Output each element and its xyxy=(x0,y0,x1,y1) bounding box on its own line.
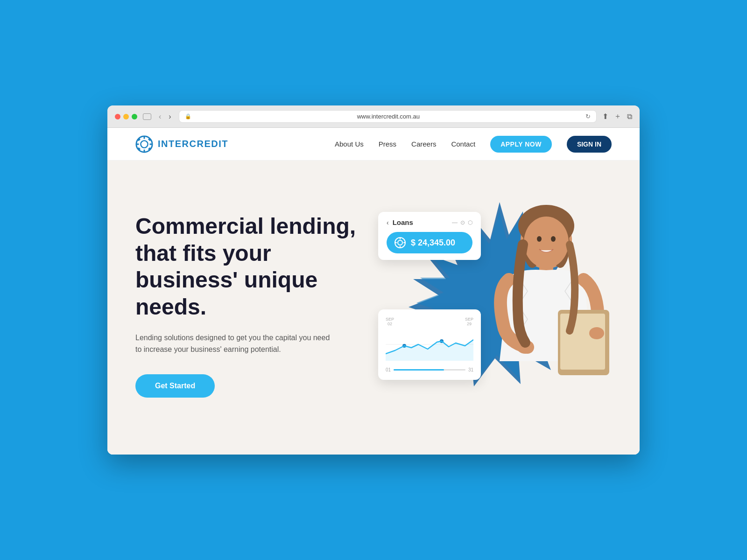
search-icon: ⊙ xyxy=(460,219,465,226)
range-bar xyxy=(394,369,465,371)
minimize-icon: — xyxy=(452,219,458,226)
apply-now-button[interactable]: APPLY NOW xyxy=(490,136,552,153)
website-content: INTERCREDIT About Us Press Careers Conta… xyxy=(107,128,640,455)
traffic-lights xyxy=(115,114,137,119)
chart-date-start: SEP02 xyxy=(386,317,394,326)
logo-text: INTERCREDIT xyxy=(158,139,228,149)
sidebar-toggle-button[interactable] xyxy=(143,113,151,120)
range-fill xyxy=(394,369,444,371)
hero-headline: Commercial lending, that fits your busin… xyxy=(135,213,359,320)
card-title: Loans xyxy=(393,218,413,226)
svg-point-17 xyxy=(537,236,542,242)
svg-point-1 xyxy=(141,140,148,147)
svg-rect-26 xyxy=(400,238,401,239)
chart-date-end: SEP29 xyxy=(465,317,473,326)
chart-svg xyxy=(386,328,473,361)
forward-button[interactable]: › xyxy=(167,112,173,122)
lock-icon: 🔒 xyxy=(185,113,191,119)
browser-nav-controls: ‹ › xyxy=(157,112,173,122)
logo-icon xyxy=(135,135,153,153)
hero-subtext: Lending solutions designed to get you th… xyxy=(135,332,331,356)
svg-point-23 xyxy=(589,327,604,339)
back-arrow-icon: ‹ xyxy=(387,219,389,226)
close-button[interactable] xyxy=(115,114,120,119)
chart-card: SEP02 SEP29 01 xyxy=(378,309,481,380)
person-image xyxy=(472,198,621,403)
logo-area: INTERCREDIT xyxy=(135,135,228,153)
browser-toolbar: ‹ › 🔒 www.intercredit.com.au ↻ ⬆ ＋ ⧉ xyxy=(107,105,640,128)
nav-links: About Us Press Careers Contact APPLY NOW… xyxy=(335,136,612,153)
sign-in-button[interactable]: SIGN IN xyxy=(567,136,612,153)
hero-content-left: Commercial lending, that fits your busin… xyxy=(135,213,359,398)
svg-point-16 xyxy=(524,217,569,268)
hero-section: Commercial lending, that fits your busin… xyxy=(107,161,640,455)
loan-amount: $ 24,345.00 xyxy=(411,238,455,248)
back-button[interactable]: ‹ xyxy=(157,112,163,122)
share-button[interactable]: ⬆ xyxy=(602,112,608,121)
card-header: ‹ Loans — ⊙ ⬡ xyxy=(387,218,472,226)
maximize-button[interactable] xyxy=(132,114,137,119)
reload-button[interactable]: ↻ xyxy=(585,113,591,120)
browser-window: ‹ › 🔒 www.intercredit.com.au ↻ ⬆ ＋ ⧉ xyxy=(107,105,640,455)
new-tab-button[interactable]: ＋ xyxy=(614,112,621,121)
svg-rect-21 xyxy=(560,314,605,370)
browser-action-buttons: ⬆ ＋ ⧉ xyxy=(602,112,632,121)
svg-rect-28 xyxy=(395,242,397,243)
chart-range-control: 01 31 xyxy=(386,367,473,372)
svg-marker-33 xyxy=(386,340,473,361)
site-navigation: INTERCREDIT About Us Press Careers Conta… xyxy=(107,128,640,161)
mic-icon: ⬡ xyxy=(468,219,472,226)
tabs-button[interactable]: ⧉ xyxy=(627,112,632,121)
minimize-button[interactable] xyxy=(123,114,129,119)
range-end-label: 31 xyxy=(468,367,473,372)
svg-rect-3 xyxy=(144,149,145,152)
address-bar[interactable]: 🔒 www.intercredit.com.au ↻ xyxy=(179,110,597,123)
chart-dates: SEP02 SEP29 xyxy=(386,317,473,326)
svg-rect-4 xyxy=(136,143,139,145)
person-svg xyxy=(472,198,621,403)
range-start-label: 01 xyxy=(386,367,391,372)
card-action-icons: — ⊙ ⬡ xyxy=(452,219,472,226)
svg-rect-27 xyxy=(400,246,401,248)
svg-rect-29 xyxy=(403,242,405,243)
svg-point-25 xyxy=(398,240,402,245)
nav-about[interactable]: About Us xyxy=(335,140,364,148)
url-text: www.intercredit.com.au xyxy=(195,113,582,120)
amount-display: $ 24,345.00 xyxy=(387,232,472,253)
svg-rect-5 xyxy=(149,143,152,145)
gear-icon xyxy=(394,237,406,249)
hero-visual: ‹ Loans — ⊙ ⬡ xyxy=(388,193,612,417)
svg-point-18 xyxy=(551,236,556,242)
nav-careers[interactable]: Careers xyxy=(411,140,436,148)
nav-contact[interactable]: Contact xyxy=(451,140,475,148)
loans-card: ‹ Loans — ⊙ ⬡ xyxy=(378,212,481,260)
get-started-button[interactable]: Get Started xyxy=(135,374,215,398)
svg-rect-2 xyxy=(144,136,145,139)
nav-press[interactable]: Press xyxy=(379,140,396,148)
